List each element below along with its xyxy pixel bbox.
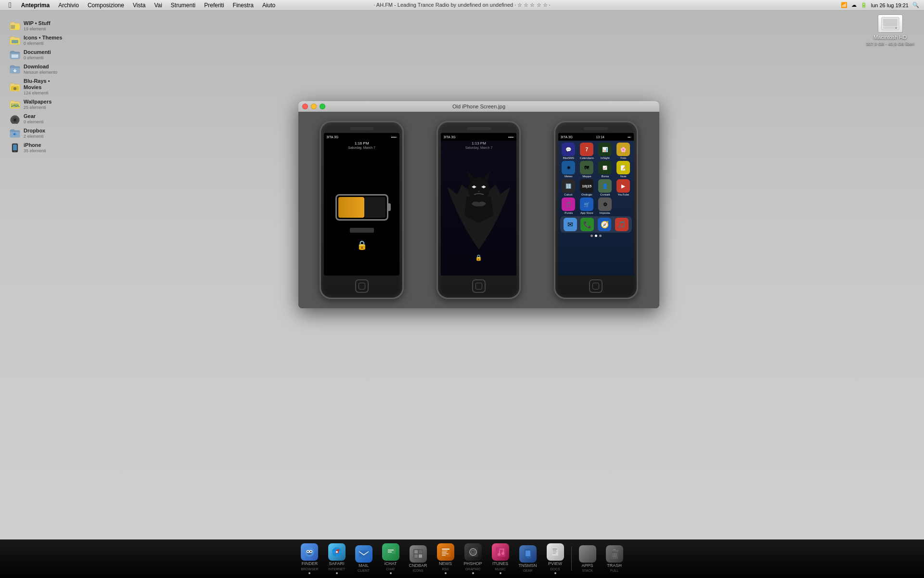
svg-rect-15 bbox=[883, 19, 898, 26]
sidebar-item-iphone[interactable]: iPhone 35 elementi bbox=[7, 141, 70, 155]
dock-cndbar-icon bbox=[410, 545, 427, 563]
svg-rect-56 bbox=[552, 550, 556, 551]
dock-mail-icon: ✉ bbox=[564, 218, 577, 231]
desktop-hd-icon[interactable]: Macintosh HD 307,9 GB - 40,9 GB liberi bbox=[866, 14, 914, 46]
app-meteo[interactable]: ☀ Meteo bbox=[560, 161, 577, 178]
sidebar-item-wallpapers[interactable]: Wallpapers 25 elementi bbox=[7, 98, 70, 111]
app-icon-bsms: 💬 bbox=[562, 143, 575, 156]
vai-menu[interactable]: Vai bbox=[150, 1, 166, 10]
app-contatti[interactable]: 👤 Contatti bbox=[597, 179, 614, 196]
battery-screen: 🔒 bbox=[324, 151, 399, 276]
dock-phone[interactable]: 📞 bbox=[580, 218, 594, 231]
search-icon[interactable]: 🔍 bbox=[912, 2, 919, 8]
app-impostazioni[interactable]: ⚙ Imposta. bbox=[597, 197, 614, 214]
home-button-3[interactable] bbox=[589, 279, 603, 293]
app-mappe[interactable]: 🗺 Mappe bbox=[578, 161, 595, 178]
sidebar-text-icons: Icons • Themes 0 elementi bbox=[24, 35, 62, 46]
home-button-1[interactable] bbox=[355, 279, 369, 293]
apps-screen: 💬 BiteSMS 7 Calendario 📊 InSight bbox=[558, 141, 634, 276]
home-button-inner-2 bbox=[475, 283, 482, 289]
dock-safari-icon bbox=[328, 543, 346, 561]
app-note[interactable]: 📝 Note bbox=[615, 161, 632, 178]
dock-news-dot bbox=[445, 572, 447, 574]
app-orologio[interactable]: 10|15 Orologio bbox=[578, 179, 595, 196]
svg-rect-52 bbox=[526, 551, 530, 556]
app-icon-appstore: 🛒 bbox=[580, 197, 593, 211]
svg-rect-36 bbox=[442, 549, 449, 550]
dock-safari[interactable]: 🧭 bbox=[598, 218, 611, 231]
app-icon-empty bbox=[616, 197, 630, 211]
hd-label: Macintosh HD bbox=[873, 34, 907, 40]
dock-trash[interactable]: TRASH FULL bbox=[601, 543, 628, 575]
dock-cndbar[interactable]: CNDBAR ICONS bbox=[404, 543, 432, 575]
battery-icon-menu: 🔋 bbox=[860, 2, 867, 8]
sidebar-item-bluray[interactable]: Blu-Rays • Movies 124 elementi bbox=[7, 77, 70, 97]
app-insight[interactable]: 📊 InSight bbox=[597, 143, 614, 159]
app-icon-insight: 📊 bbox=[598, 143, 612, 156]
svg-point-23 bbox=[310, 551, 312, 552]
dock-mail[interactable]: MAIL CLIENT bbox=[350, 543, 377, 575]
battery-tip bbox=[388, 203, 391, 211]
dock-safari[interactable]: SAFARI INTERNET bbox=[323, 541, 350, 577]
apple-menu[interactable]:  bbox=[4, 1, 16, 10]
sidebar-item-documenti[interactable]: Documenti 0 elementi bbox=[7, 48, 70, 62]
app-name-menu[interactable]: Anteprima bbox=[17, 1, 53, 10]
app-youtube[interactable]: ▶ YouTube bbox=[615, 179, 632, 196]
iphone-1: 3ITA 3G ▪▪▪▪▫ 1:16 PM Saturday, March 7 bbox=[320, 121, 404, 299]
finestra-menu[interactable]: Finestra bbox=[229, 1, 257, 10]
dock-ipod[interactable]: 🎵 bbox=[615, 218, 629, 231]
home-button-inner-3 bbox=[592, 283, 599, 289]
sidebar-item-wip[interactable]: WIP • Stuff 19 elementi bbox=[7, 19, 70, 33]
app-itunes[interactable]: 🎵 iTunes bbox=[560, 197, 577, 214]
folder-icon-bluray bbox=[9, 82, 21, 92]
dock-phshop[interactable]: PHSHOP GRAPHIC bbox=[459, 541, 487, 577]
app-icon-borsa: 📈 bbox=[598, 161, 612, 174]
wifi-icon: 📶 bbox=[841, 2, 847, 8]
svg-rect-29 bbox=[359, 551, 369, 557]
dock-phshop-dot bbox=[472, 572, 474, 574]
close-button[interactable] bbox=[302, 104, 308, 109]
svg-point-13 bbox=[14, 151, 16, 152]
app-borsa[interactable]: 📈 Borsa bbox=[597, 161, 614, 178]
svg-point-18 bbox=[468, 177, 489, 201]
app-icon-itunes: 🎵 bbox=[562, 197, 575, 211]
app-bsms[interactable]: 💬 BiteSMS bbox=[560, 143, 577, 159]
vista-menu[interactable]: Vista bbox=[129, 1, 149, 10]
iphone-speaker-1 bbox=[350, 127, 374, 130]
sidebar-item-icons[interactable]: Icons • Themes 0 elementi bbox=[7, 34, 70, 47]
dock-ichat[interactable]: iCHAT CHAT bbox=[377, 541, 404, 577]
status-bar-3: 3ITA 3G 13:14 ▪▪▫ bbox=[558, 133, 634, 141]
dock-tnsmsn[interactable]: TNSMSN GEAR bbox=[514, 543, 542, 575]
sidebar-item-download[interactable]: Download Nessun elemento bbox=[7, 63, 70, 76]
archivio-menu[interactable]: Archivio bbox=[54, 1, 83, 10]
battery-status-2: ▪▪▪▪▫ bbox=[508, 135, 514, 139]
app-appstore[interactable]: 🛒 App Store bbox=[578, 197, 595, 214]
composizione-menu[interactable]: Composizione bbox=[84, 1, 128, 10]
minimize-button[interactable] bbox=[311, 104, 317, 109]
time-2: 1:13 PM bbox=[441, 141, 516, 146]
time-display-3: 13:14 bbox=[596, 135, 604, 139]
app-icon-foto: 🌸 bbox=[616, 143, 630, 156]
app-empty bbox=[615, 197, 632, 214]
dock-finder[interactable]: FINDER BROWSER bbox=[296, 541, 323, 577]
aiuto-menu[interactable]: Aiuto bbox=[258, 1, 279, 10]
svg-point-19 bbox=[305, 547, 314, 557]
sidebar-item-dropbox[interactable]: Dropbox 2 elementi bbox=[7, 127, 70, 140]
app-foto[interactable]: 🌸 Foto bbox=[615, 143, 632, 159]
sidebar-text-wallpapers: Wallpapers 25 elementi bbox=[24, 99, 51, 110]
sidebar-item-gear[interactable]: Gear 0 elementi bbox=[7, 112, 70, 126]
dock-mail[interactable]: ✉ bbox=[564, 218, 577, 231]
strumenti-menu[interactable]: Strumenti bbox=[167, 1, 199, 10]
app-calendar[interactable]: 7 Calendario bbox=[578, 143, 595, 159]
app-calcolatrice[interactable]: 🔢 Calcol. bbox=[560, 179, 577, 196]
dock-itunes[interactable]: ITUNES MUSIC bbox=[487, 541, 514, 577]
dock-news[interactable]: NEWS RSS bbox=[432, 541, 459, 577]
dock-apps[interactable]: APPS STACK bbox=[574, 543, 601, 575]
dock-pview[interactable]: PVIEW DOCS bbox=[542, 541, 569, 577]
iphone-3: 3ITA 3G 13:14 ▪▪▫ 💬 BiteSMS 7 bbox=[554, 121, 638, 299]
home-button-2[interactable] bbox=[472, 279, 486, 293]
svg-rect-12 bbox=[13, 144, 17, 150]
maximize-button[interactable] bbox=[320, 104, 325, 109]
app-icon-mappe: 🗺 bbox=[580, 161, 593, 174]
preferiti-menu[interactable]: Preferiti bbox=[200, 1, 228, 10]
